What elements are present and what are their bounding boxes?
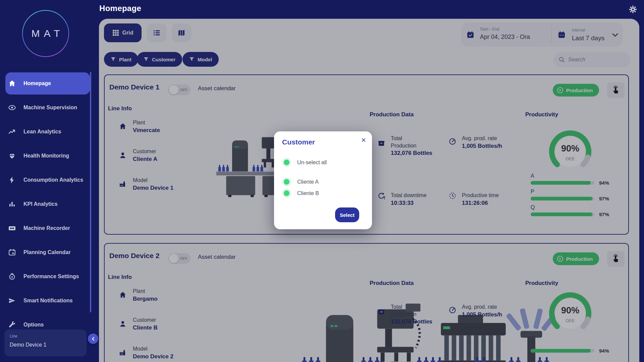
productive-time-stat: Productive time 131:26:06 — [448, 192, 499, 206]
downtime-clock-icon — [377, 192, 385, 206]
view-grid-button[interactable]: Grid — [104, 23, 142, 42]
bar-track — [531, 197, 594, 200]
filter-plant-label: Plant — [119, 57, 131, 62]
avg-rate-value: 1,005 Bottles/h — [462, 143, 502, 149]
line-info-title: Line Info — [108, 105, 132, 112]
toggle-knob — [169, 85, 178, 95]
dashed-clock-icon — [448, 192, 457, 206]
bar-fill — [531, 197, 592, 200]
map-icon — [177, 29, 185, 37]
sidebar-item-planning-calendar[interactable]: Planning Calendar — [5, 241, 90, 263]
sidebar-item-kpi-analytics[interactable]: KPI Analytics — [5, 193, 90, 215]
device-select-hand-button[interactable] — [607, 82, 625, 98]
bar-fill — [531, 181, 591, 185]
total-downtime-stat: Total downtime 10:33:33 — [377, 192, 427, 206]
interval-value: Last 7 days — [572, 35, 604, 42]
device-select-hand-button[interactable] — [607, 251, 625, 266]
sidebar-item-label: Health Monitoring — [23, 153, 69, 159]
bar-fill — [531, 213, 592, 216]
filter-plant-button[interactable]: Plant — [104, 52, 138, 67]
customer-info-row: Customer Cliente B — [119, 317, 158, 331]
select-button[interactable]: Select — [335, 207, 359, 222]
sidebar-scrollbar[interactable] — [90, 72, 91, 312]
sidebar-collapse-button[interactable] — [88, 334, 98, 344]
sidebar-item-machine-supervision[interactable]: Machine Supervision — [5, 97, 90, 119]
search-input[interactable] — [568, 57, 625, 63]
plant-home-icon — [119, 122, 127, 134]
bar-value: 94% — [599, 348, 609, 354]
box-icon — [377, 139, 385, 157]
option-label: Cliente B — [297, 190, 319, 196]
customer-info-row: Customer Cliente A — [119, 148, 157, 163]
play-circle-icon — [557, 87, 564, 94]
page-title: Homepage — [99, 4, 141, 13]
total-production-stat: Total Production 132,076 Bottles — [377, 303, 432, 325]
date-range-control[interactable]: Start - End Apr 04, 2023 - Ora Interval … — [461, 22, 623, 47]
option-label: Cliente A — [297, 179, 319, 185]
bar-row-a: A 94% — [531, 173, 611, 186]
sidebar-nav: Homepage Machine Supervision Lean Analyt… — [0, 72, 99, 338]
oee-value: 90% — [547, 305, 594, 316]
wrench-icon — [8, 321, 16, 329]
oee-gauge: 90% OEE — [547, 128, 594, 175]
asset-calendar-label: Asset calendar — [198, 254, 235, 260]
total-downtime-label: Total downtime — [391, 192, 427, 199]
person-icon — [119, 320, 127, 331]
cassette-icon — [8, 224, 16, 232]
sidebar-item-homepage[interactable]: Homepage — [5, 72, 90, 95]
sidebar-item-label: Options — [23, 321, 44, 328]
filter-model-button[interactable]: Model — [182, 52, 219, 67]
total-production-label: Total Production — [391, 303, 428, 318]
option-unselect-all[interactable]: Un-select all — [282, 158, 327, 167]
chevron-down-icon[interactable] — [612, 33, 618, 39]
funnel-icon — [144, 57, 149, 62]
production-status-badge[interactable]: Production — [553, 84, 599, 97]
sidebar-item-smart-notifications[interactable]: Smart Notifications — [5, 290, 90, 312]
total-production-value: 132,076 Bottles — [391, 318, 432, 325]
tooltip-label: Line — [10, 334, 81, 339]
production-status-badge[interactable]: Production — [553, 252, 599, 265]
view-map-button[interactable] — [172, 23, 191, 42]
sidebar-item-consumption-analytics[interactable]: Consumption Analytics — [5, 169, 90, 191]
productivity-title: Productivity — [525, 111, 558, 118]
touch-hand-icon — [611, 254, 620, 263]
filter-customer-button[interactable]: Customer — [137, 52, 182, 67]
apq-bars: A 94% P 97% Q 97% — [531, 173, 611, 220]
bar-row-q: Q 97% — [531, 204, 611, 217]
plant-value: Vimercate — [133, 127, 160, 134]
calendar-icon — [558, 31, 566, 40]
radio-selected-icon — [282, 189, 291, 198]
line-info-title: Line Info — [108, 274, 132, 281]
bar-track — [531, 181, 594, 185]
play-circle-icon — [557, 255, 564, 262]
tooltip-value: Demo Device 1 — [10, 342, 81, 348]
sidebar-item-performance-settings[interactable]: Performance Settings — [5, 265, 90, 288]
bar-label: A — [531, 341, 611, 347]
view-grid-label: Grid — [122, 30, 133, 36]
eye-icon — [8, 104, 16, 112]
sidebar-item-machine-recorder[interactable]: Machine Recorder — [5, 217, 90, 239]
production-data-title: Production Data — [370, 280, 414, 287]
option-cliente-b[interactable]: Cliente B — [282, 189, 319, 198]
production-data-title: Production Data — [370, 111, 414, 118]
asset-calendar-toggle[interactable]: OFF — [168, 84, 191, 95]
sidebar-item-health-monitoring[interactable]: Health Monitoring — [5, 145, 90, 167]
sidebar-item-lean-analytics[interactable]: Lean Analytics — [5, 121, 90, 143]
sidebar-item-label: KPI Analytics — [23, 201, 58, 207]
asset-calendar-toggle[interactable]: OFF — [168, 253, 191, 264]
view-list-button[interactable] — [147, 23, 166, 42]
option-cliente-a[interactable]: Cliente A — [282, 177, 319, 186]
model-info-row: Model Demo Device 1 — [119, 177, 173, 191]
toggle-state-label: OFF — [180, 256, 187, 260]
settings-gear-icon[interactable] — [629, 5, 637, 14]
total-downtime-value: 10:33:33 — [391, 200, 427, 206]
productive-time-label: Productive time — [462, 360, 499, 362]
close-icon[interactable]: × — [361, 136, 366, 144]
bar-label: A — [531, 173, 611, 179]
plant-info-row: Plant Bergamo — [119, 288, 158, 302]
total-production-value: 132,076 Bottles — [391, 150, 432, 157]
calendar-check-icon — [467, 31, 474, 40]
heart-pulse-icon — [8, 152, 16, 160]
bar-track — [531, 213, 594, 216]
plant-label: Plant — [133, 288, 158, 294]
